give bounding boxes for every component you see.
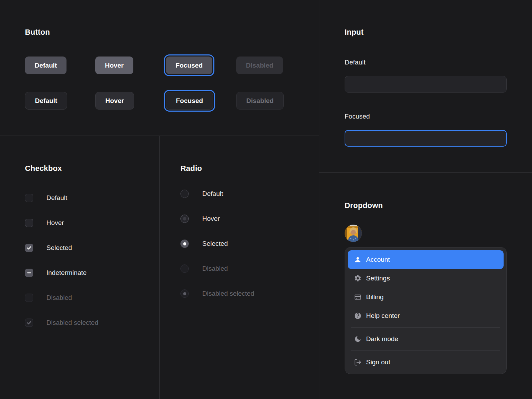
radio-disabled-selected: [180, 289, 189, 298]
checkbox-section-title: Checkbox: [25, 164, 62, 173]
checkbox-disabled-label: Disabled: [46, 294, 72, 302]
button-secondary-disabled: Disabled: [236, 92, 284, 110]
input-focused-label: Focused: [345, 113, 370, 120]
button-primary-focused[interactable]: Focused: [166, 57, 212, 74]
menu-divider: [351, 350, 500, 351]
menu-item-sign-out[interactable]: Sign out: [348, 353, 504, 372]
checkbox-default-label: Default: [46, 194, 67, 202]
menu-item-settings[interactable]: Settings: [348, 269, 504, 288]
menu-item-account[interactable]: Account: [348, 250, 504, 269]
checkbox-row-indeterminate: Indeterminate: [25, 269, 87, 277]
menu-item-label: Billing: [366, 293, 384, 301]
button-primary-default[interactable]: Default: [25, 57, 66, 74]
radio-selected[interactable]: [180, 240, 189, 248]
check-icon: [26, 320, 32, 326]
menu-item-label: Sign out: [366, 358, 390, 366]
button-secondary-focused[interactable]: Focused: [166, 92, 213, 110]
dropdown-menu: Account Settings Billing Help center Dar…: [345, 247, 507, 374]
radio-row-disabled: Disabled: [180, 264, 228, 273]
vertical-divider-checkbox-radio: [159, 136, 160, 399]
radio-default[interactable]: [180, 190, 189, 198]
button-secondary-hover[interactable]: Hover: [95, 92, 134, 110]
dash-icon: [26, 270, 32, 276]
radio-disabled-selected-label: Disabled selected: [202, 289, 254, 298]
menu-item-help-center[interactable]: Help center: [348, 306, 504, 325]
checkbox-disabled-selected: [25, 319, 33, 327]
radio-disabled: [180, 264, 189, 273]
horizontal-divider-right: [319, 172, 532, 173]
moon-icon: [354, 335, 362, 343]
radio-row-hover: Hover: [180, 215, 220, 223]
menu-item-label: Dark mode: [366, 335, 398, 343]
radio-section-title: Radio: [180, 164, 202, 173]
radio-selected-label: Selected: [202, 240, 228, 248]
radio-dot: [183, 292, 186, 295]
radio-dot: [183, 242, 186, 245]
radio-row-default: Default: [180, 190, 223, 198]
button-primary-disabled: Disabled: [236, 57, 283, 74]
button-primary-hover[interactable]: Hover: [95, 57, 133, 74]
dropdown-section-title: Dropdown: [345, 201, 383, 210]
radio-default-label: Default: [202, 190, 223, 198]
checkbox-selected-label: Selected: [46, 244, 72, 252]
checkbox-indeterminate-label: Indeterminate: [46, 269, 87, 277]
menu-divider: [351, 327, 500, 328]
button-section-title: Button: [25, 28, 50, 37]
user-icon: [354, 256, 362, 263]
checkbox-indeterminate[interactable]: [25, 269, 33, 277]
radio-disabled-label: Disabled: [202, 264, 228, 273]
gear-icon: [354, 275, 362, 282]
menu-item-label: Account: [366, 256, 390, 263]
input-focused-field[interactable]: [345, 130, 507, 147]
vertical-divider-main: [319, 0, 319, 399]
menu-item-dark-mode[interactable]: Dark mode: [348, 330, 504, 348]
avatar[interactable]: [345, 225, 362, 242]
checkbox-disabled: [25, 294, 33, 302]
radio-dot: [183, 217, 186, 220]
checkbox-hover-label: Hover: [46, 219, 64, 227]
radio-hover-label: Hover: [202, 215, 220, 223]
avatar-image: [345, 225, 362, 242]
checkbox-row-hover: Hover: [25, 219, 64, 227]
checkbox-row-disabled: Disabled: [25, 294, 72, 302]
sign-out-icon: [354, 358, 362, 366]
menu-item-billing[interactable]: Billing: [348, 288, 504, 306]
checkbox-row-selected: Selected: [25, 244, 72, 252]
check-icon: [26, 245, 32, 251]
component-gallery: Button Default Hover Focused Disabled De…: [0, 0, 532, 399]
button-secondary-default[interactable]: Default: [25, 92, 67, 110]
checkbox-disabled-selected-label: Disabled selected: [46, 319, 98, 327]
menu-item-label: Settings: [366, 275, 390, 282]
radio-row-selected: Selected: [180, 240, 228, 248]
input-default-field[interactable]: [345, 76, 507, 93]
checkbox-hover[interactable]: [25, 219, 33, 227]
checkbox-default[interactable]: [25, 194, 33, 202]
radio-row-disabled-selected: Disabled selected: [180, 289, 254, 298]
input-section-title: Input: [345, 28, 364, 37]
credit-card-icon: [354, 293, 362, 301]
checkbox-selected[interactable]: [25, 244, 33, 252]
help-circle-icon: [354, 312, 362, 320]
checkbox-row-default: Default: [25, 194, 67, 202]
menu-item-label: Help center: [366, 312, 400, 320]
radio-hover[interactable]: [180, 215, 189, 223]
checkbox-row-disabled-selected: Disabled selected: [25, 319, 98, 327]
input-default-label: Default: [345, 59, 365, 66]
